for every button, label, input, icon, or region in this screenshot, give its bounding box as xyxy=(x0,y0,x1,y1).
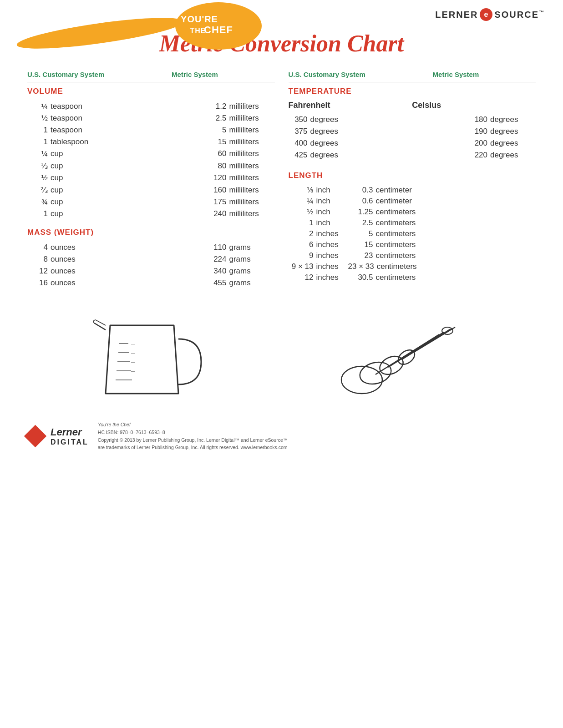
celsius-header: Celsius xyxy=(412,101,536,110)
mass-row: 4 ounces 110 grams xyxy=(27,242,275,253)
metric-amount: 60 xyxy=(204,149,227,158)
metric-unit: grams xyxy=(229,267,275,276)
us-unit: cup xyxy=(51,197,204,207)
us-unit: teaspoon xyxy=(51,114,204,123)
metric-unit: grams xyxy=(229,243,275,252)
length-row: ½ inch 1.25 centimeters xyxy=(289,207,536,217)
length-row: 9 inches 23 centimeters xyxy=(289,250,536,261)
len-us-unit: inch xyxy=(316,218,348,228)
len-us-amount: 1 xyxy=(289,218,314,228)
celsius-unit: degrees xyxy=(490,127,536,136)
lerner-diamond-icon xyxy=(23,424,48,449)
svg-rect-23 xyxy=(24,425,46,447)
temp-row: 400 degrees 200 degrees xyxy=(289,137,536,149)
len-metric-amount: 0.6 xyxy=(348,197,373,206)
us-amount: 4 xyxy=(27,243,48,252)
us-amount: 8 xyxy=(27,255,48,264)
len-metric-amount: 0.3 xyxy=(348,186,373,195)
len-metric-unit: centimeters xyxy=(377,262,417,271)
mass-row: 12 ounces 340 grams xyxy=(27,265,275,277)
len-metric-amount: 15 xyxy=(348,240,373,249)
footer-logo: Lerner DIGITAL xyxy=(23,424,89,449)
len-us-amount: 9 xyxy=(289,251,314,260)
fahrenheit-amount: 425 xyxy=(289,151,308,160)
len-us-amount: ¼ xyxy=(289,197,314,206)
len-metric-unit: centimeters xyxy=(376,251,416,260)
volume-row: ⅓ cup 80 milliliters xyxy=(27,160,275,172)
lerner-brand-text: LERNER xyxy=(435,10,478,20)
len-us-unit: inches xyxy=(316,273,348,282)
us-amount: ½ xyxy=(27,114,48,123)
metric-amount: 1.2 xyxy=(204,102,227,111)
metric-amount: 455 xyxy=(204,278,227,288)
celsius-amount: 200 xyxy=(468,139,487,148)
len-us-amount: 9 × 13 xyxy=(289,262,314,271)
len-metric-unit: centimeter xyxy=(376,186,412,195)
us-col-header-left: U.S. Customary System xyxy=(27,71,172,78)
svg-text:YOU'RE: YOU'RE xyxy=(181,14,218,24)
us-amount: 1 xyxy=(27,137,48,147)
len-metric-unit: centimeters xyxy=(376,207,416,217)
len-metric-unit: centimeter xyxy=(376,197,412,206)
metric-amount: 5 xyxy=(204,126,227,135)
volume-row: ¼ cup 60 milliliters xyxy=(27,148,275,160)
svg-text:—: — xyxy=(131,351,135,355)
us-amount: 1 xyxy=(27,126,48,135)
celsius-unit: degrees xyxy=(490,115,536,124)
us-unit: tablespoon xyxy=(51,137,204,147)
len-metric-unit: centimeters xyxy=(376,229,416,238)
us-amount: 1 xyxy=(27,209,48,218)
lerner-logo: LERNER e SOURCE™ xyxy=(435,8,545,21)
temperature-table: 350 degrees 180 degrees 375 degrees 190 … xyxy=(289,114,536,161)
us-unit: teaspoon xyxy=(51,126,204,135)
metric-unit: milliliters xyxy=(229,114,275,123)
svg-text:—: — xyxy=(131,369,135,374)
len-us-amount: ½ xyxy=(289,207,314,217)
temp-row: 425 degrees 220 degrees xyxy=(289,149,536,161)
header: YOU'RE THE CHEF LERNER e SOURCE™ xyxy=(0,0,563,21)
us-amount: ¼ xyxy=(27,102,48,111)
fahrenheit-amount: 375 xyxy=(289,127,308,136)
metric-amount: 120 xyxy=(204,173,227,182)
length-row: 6 inches 15 centimeters xyxy=(289,239,536,250)
volume-row: ⅔ cup 160 milliliters xyxy=(27,184,275,196)
len-metric-unit: centimeters xyxy=(376,218,416,228)
footer-digital-text: DIGITAL xyxy=(51,438,89,446)
e-badge: e xyxy=(480,8,492,21)
mass-row: 16 ounces 455 grams xyxy=(27,277,275,289)
us-amount: ¼ xyxy=(27,149,48,158)
spoon-decoration: YOU'RE THE CHEF xyxy=(9,2,264,54)
length-row: 12 inches 30.5 centimeters xyxy=(289,272,536,283)
svg-line-17 xyxy=(388,332,444,367)
metric-unit: milliliters xyxy=(229,209,275,218)
celsius-unit: degrees xyxy=(490,139,536,148)
us-amount: ⅔ xyxy=(27,185,48,195)
metric-amount: 160 xyxy=(204,186,227,195)
len-us-amount: 2 xyxy=(289,229,314,238)
metric-unit: milliliters xyxy=(229,102,275,111)
celsius-amount: 180 xyxy=(468,115,487,124)
metric-amount: 175 xyxy=(204,197,227,207)
us-unit: ounces xyxy=(51,243,204,252)
len-us-amount: 6 xyxy=(289,240,314,249)
svg-text:CHEF: CHEF xyxy=(204,24,233,35)
len-us-unit: inch xyxy=(316,207,348,217)
us-amount: 12 xyxy=(27,267,48,276)
us-unit: teaspoon xyxy=(51,102,204,111)
metric-amount: 340 xyxy=(204,267,227,276)
left-column: U.S. Customary System Metric System VOLU… xyxy=(27,71,275,289)
us-unit: ounces xyxy=(51,267,204,276)
right-column: U.S. Customary System Metric System TEMP… xyxy=(289,71,536,289)
measuring-spoons-illustration xyxy=(335,307,471,407)
len-metric-amount: 5 xyxy=(348,229,373,238)
temp-sub-headers: Fahrenheit Celsius xyxy=(289,101,536,110)
length-row: ⅛ inch 0.3 centimeter xyxy=(289,185,536,196)
length-row: 1 inch 2.5 centimeters xyxy=(289,217,536,228)
len-us-unit: inches xyxy=(316,262,348,271)
footer-copyright: You're the Chef HC ISBN: 978–0–7613–6593… xyxy=(98,421,288,451)
us-amount: 16 xyxy=(27,278,48,288)
metric-unit: milliliters xyxy=(229,162,275,171)
metric-col-header-right: Metric System xyxy=(433,71,536,78)
us-unit: ounces xyxy=(51,255,204,264)
len-metric-unit: centimeters xyxy=(376,273,416,282)
